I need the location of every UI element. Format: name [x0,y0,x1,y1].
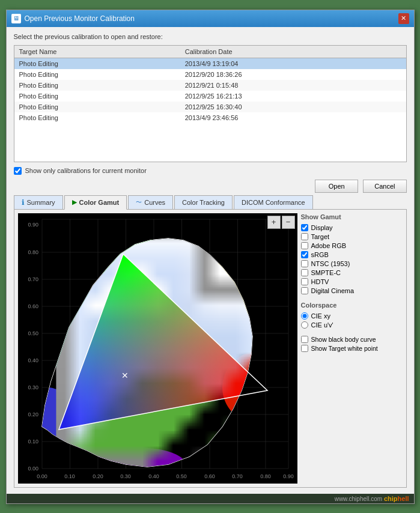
svg-text:0.80: 0.80 [260,473,271,479]
tab-content-color-gamut: + − [14,210,407,488]
cancel-button[interactable]: Cancel [363,180,406,193]
cell-target-name: Photo Editing [14,80,180,91]
svg-text:0.20: 0.20 [93,473,103,479]
gamut-checkbox-label: Digital Cinema [311,287,355,294]
watermark: www.chiphell.com chiphell [7,494,414,503]
tab-inner: + − [18,213,403,484]
tab-dicom-conformance[interactable]: DICOM Conformance [234,195,313,209]
cell-target-name: Photo Editing [14,112,180,123]
svg-text:0.10: 0.10 [64,473,75,479]
colorspace-section: Colorspace CIE xyCIE u'v' [301,302,403,329]
svg-text:0.70: 0.70 [232,473,243,479]
gamut-checkbox-digital-cinema[interactable] [301,287,308,294]
tab-color-gamut[interactable]: ▶ Color Gamut [64,195,127,210]
open-button[interactable]: Open [315,180,358,193]
svg-text:0.10: 0.10 [28,439,38,445]
gamut-checkbox-ntsc-(1953)[interactable] [301,260,308,267]
table-row[interactable]: Photo Editing2012/9/25 16:30:40 [14,102,406,112]
gamut-svg: ✕ 0.00 0.10 0.20 0.30 0.40 0.50 0.60 0.7… [18,213,297,484]
gamut-checkbox-target[interactable] [301,233,308,240]
extra-checkbox-label: Show black body curve [311,336,376,343]
cell-calibration-date: 2012/9/25 16:21:13 [180,91,406,102]
col-header-target-name: Target Name [14,46,180,58]
curves-icon: 〜 [136,198,142,207]
svg-text:0.50: 0.50 [176,473,187,479]
gamut-checkbox-label: Display [311,224,333,231]
colorspace-radio-CIE-u'v'[interactable] [301,321,308,329]
monitor-filter-checkbox[interactable] [14,167,22,175]
calibration-table-container: Target Name Calibration Date Photo Editi… [14,45,407,162]
title-bar-left: 🖥 Open Previous Monitor Calibration [11,14,135,23]
show-gamut-title: Show Gamut [301,213,403,220]
zoom-out-button[interactable]: − [282,216,295,229]
cell-calibration-date: 2013/4/9 13:19:04 [180,58,406,69]
svg-text:✕: ✕ [121,371,129,380]
svg-text:0.40: 0.40 [148,473,159,479]
gamut-checkbox-row: Digital Cinema [301,287,403,294]
svg-text:0.30: 0.30 [120,473,131,479]
cell-calibration-date: 2012/9/20 18:36:26 [180,69,406,80]
svg-text:0.70: 0.70 [28,276,38,282]
monitor-filter-label: Show only calibrations for current monit… [25,167,147,174]
extra-checkboxes-section: Show black body curveShow Target white p… [301,336,403,352]
dialog-content: Select the previous calibration to open … [7,27,414,494]
extra-checkbox-0[interactable] [301,336,308,343]
gamut-checkbox-hdtv[interactable] [301,278,308,285]
svg-text:0.60: 0.60 [28,303,38,309]
colorspace-radios: CIE xyCIE u'v' [301,312,403,329]
gamut-checkbox-smpte-c[interactable] [301,269,308,276]
tab-color-tracking[interactable]: Color Tracking [174,195,233,209]
svg-text:0.30: 0.30 [28,384,38,390]
show-gamut-section: Show Gamut DisplayTargetAdobe RGBsRGBNTS… [301,213,403,294]
tab-bar: ℹ Summary ▶ Color Gamut 〜 Curves Color T… [14,195,407,210]
gamut-checkbox-srgb[interactable] [301,251,308,258]
table-row[interactable]: Photo Editing2012/9/25 16:21:13 [14,91,406,102]
gamut-checkbox-row: HDTV [301,278,403,285]
colorspace-radio-CIE-xy[interactable] [301,312,308,320]
gamut-checkbox-label: Adobe RGB [311,242,347,249]
extra-checkbox-row: Show black body curve [301,336,403,343]
window-title: Open Previous Monitor Calibration [25,14,135,23]
gamut-checkbox-row: sRGB [301,251,403,258]
table-row[interactable]: Photo Editing2012/9/21 0:15:48 [14,80,406,91]
extra-checkboxes-container: Show black body curveShow Target white p… [301,336,403,352]
table-row[interactable]: Photo Editing2012/9/20 18:36:26 [14,69,406,80]
svg-text:0.50: 0.50 [28,330,38,336]
instruction-text: Select the previous calibration to open … [14,33,407,40]
col-header-calibration-date: Calibration Date [180,46,406,58]
cell-calibration-date: 2012/9/21 0:15:48 [180,80,406,91]
cell-calibration-date: 2012/9/25 16:30:40 [180,102,406,112]
colorspace-radio-row: CIE xy [301,312,403,320]
svg-text:0.20: 0.20 [28,411,38,417]
dialog-buttons: Open Cancel [14,180,407,193]
svg-text:0.00: 0.00 [28,466,38,472]
close-button[interactable]: ✕ [398,13,409,24]
info-icon: ℹ [22,198,25,207]
gamut-checkbox-row: NTSC (1953) [301,260,403,267]
table-body: Photo Editing2013/4/9 13:19:04Photo Edit… [14,58,406,123]
table-row[interactable]: Photo Editing2013/4/9 23:46:56 [14,112,406,123]
extra-checkbox-1[interactable] [301,345,308,352]
main-window: 🖥 Open Previous Monitor Calibration ✕ Se… [6,10,415,504]
window-icon: 🖥 [11,14,21,23]
gamut-checkbox-row: Display [301,224,403,231]
zoom-in-button[interactable]: + [267,216,281,229]
gamut-checkbox-label: sRGB [311,251,329,258]
cell-calibration-date: 2013/4/9 23:46:56 [180,112,406,123]
tab-curves[interactable]: 〜 Curves [128,195,173,209]
monitor-filter-row: Show only calibrations for current monit… [14,167,407,175]
svg-text:0.90: 0.90 [283,473,294,479]
gamut-checkbox-row: Target [301,233,403,240]
svg-text:0.90: 0.90 [28,222,38,228]
gamut-checkbox-adobe-rgb[interactable] [301,242,308,249]
gamut-checkbox-display[interactable] [301,224,308,231]
svg-text:0.40: 0.40 [28,357,38,363]
table-row[interactable]: Photo Editing2013/4/9 13:19:04 [14,58,406,69]
gamut-checkbox-row: Adobe RGB [301,242,403,249]
cell-target-name: Photo Editing [14,69,180,80]
colorspace-radio-label: CIE u'v' [311,321,333,329]
tab-summary[interactable]: ℹ Summary [14,195,63,209]
colorspace-radio-label: CIE xy [311,312,330,320]
gamut-checkbox-label: NTSC (1953) [311,260,350,267]
cell-target-name: Photo Editing [14,91,180,102]
